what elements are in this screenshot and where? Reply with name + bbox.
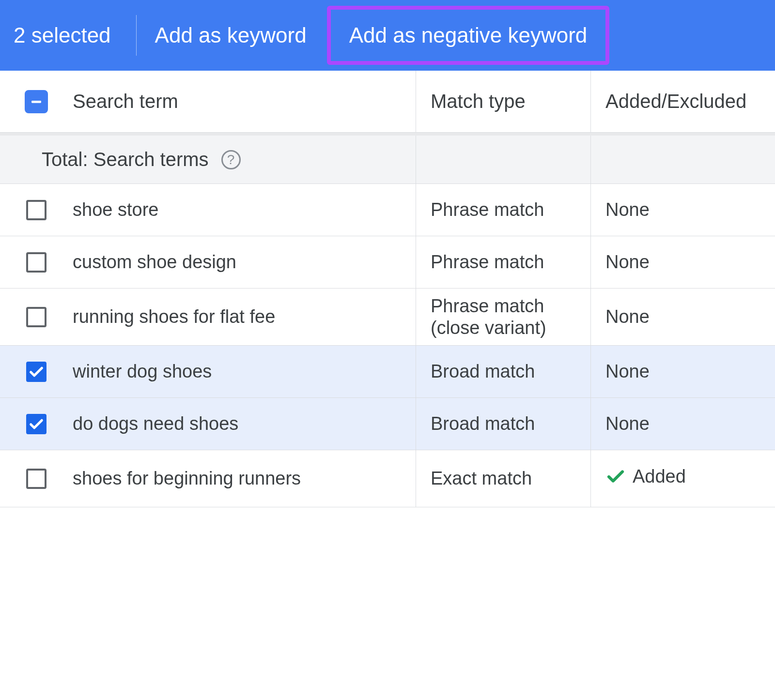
search-term-cell: custom shoe design bbox=[73, 251, 416, 274]
indeterminate-icon bbox=[28, 93, 45, 110]
search-term-cell: winter dog shoes bbox=[73, 361, 416, 383]
added-excluded-cell: None bbox=[591, 413, 775, 434]
check-icon bbox=[28, 416, 45, 432]
check-icon bbox=[28, 364, 45, 380]
added-check-icon bbox=[605, 466, 626, 487]
search-term-cell: running shoes for flat fee bbox=[73, 306, 416, 328]
row-checkbox[interactable] bbox=[26, 200, 46, 220]
total-row-label: Total: Search terms bbox=[42, 149, 209, 170]
selected-count: 2 selected bbox=[14, 23, 136, 47]
table-row: do dogs need shoesBroad matchNone bbox=[0, 398, 775, 450]
table-header-row: Search term Match type Added/Excluded bbox=[0, 71, 775, 133]
row-checkbox-cell bbox=[0, 252, 73, 273]
added-excluded-cell: None bbox=[591, 252, 775, 273]
svg-rect-0 bbox=[31, 100, 41, 103]
match-type-cell: Phrase match bbox=[416, 251, 590, 273]
table-row: custom shoe designPhrase matchNone bbox=[0, 236, 775, 289]
column-header-search-term[interactable]: Search term bbox=[73, 91, 416, 112]
row-checkbox-cell bbox=[0, 200, 73, 220]
row-checkbox-cell bbox=[0, 362, 73, 382]
help-icon[interactable]: ? bbox=[221, 150, 241, 169]
row-checkbox[interactable] bbox=[26, 414, 46, 434]
match-type-cell: Phrase match (close variant) bbox=[416, 295, 590, 339]
match-type-cell: Phrase match bbox=[416, 199, 590, 221]
match-type-cell: Broad match bbox=[416, 413, 590, 435]
row-checkbox-cell bbox=[0, 414, 73, 434]
status-text: Added bbox=[633, 466, 686, 487]
table-body: shoe storePhrase matchNonecustom shoe de… bbox=[0, 184, 775, 507]
added-excluded-cell: None bbox=[591, 361, 775, 382]
column-header-added-excluded[interactable]: Added/Excluded bbox=[591, 91, 775, 112]
total-row: Total: Search terms ? bbox=[0, 133, 775, 184]
row-checkbox[interactable] bbox=[26, 362, 46, 382]
match-type-cell: Exact match bbox=[416, 468, 590, 489]
table-row: shoes for beginning runnersExact matchAd… bbox=[0, 450, 775, 507]
table-row: running shoes for flat feePhrase match (… bbox=[0, 289, 775, 346]
select-all-cell bbox=[0, 90, 73, 113]
row-checkbox-cell bbox=[0, 307, 73, 327]
column-header-match-type[interactable]: Match type bbox=[416, 91, 590, 112]
table-row: winter dog shoesBroad matchNone bbox=[0, 346, 775, 398]
row-checkbox[interactable] bbox=[26, 307, 46, 327]
row-checkbox[interactable] bbox=[26, 252, 46, 273]
search-term-cell: shoes for beginning runners bbox=[73, 468, 416, 490]
table-row: shoe storePhrase matchNone bbox=[0, 184, 775, 236]
added-excluded-cell: Added bbox=[591, 466, 775, 491]
add-as-negative-keyword-button[interactable]: Add as negative keyword bbox=[327, 6, 610, 65]
select-all-checkbox[interactable] bbox=[25, 90, 48, 113]
row-checkbox[interactable] bbox=[26, 469, 46, 489]
row-checkbox-cell bbox=[0, 469, 73, 489]
added-excluded-cell: None bbox=[591, 306, 775, 327]
search-term-cell: shoe store bbox=[73, 199, 416, 221]
match-type-cell: Broad match bbox=[416, 361, 590, 382]
added-excluded-cell: None bbox=[591, 199, 775, 220]
status-added: Added bbox=[605, 466, 686, 487]
column-divider bbox=[590, 136, 591, 183]
selection-action-bar: 2 selected Add as keyword Add as negativ… bbox=[0, 0, 775, 71]
add-as-keyword-button[interactable]: Add as keyword bbox=[137, 10, 325, 61]
search-term-cell: do dogs need shoes bbox=[73, 413, 416, 435]
column-divider bbox=[416, 136, 416, 183]
